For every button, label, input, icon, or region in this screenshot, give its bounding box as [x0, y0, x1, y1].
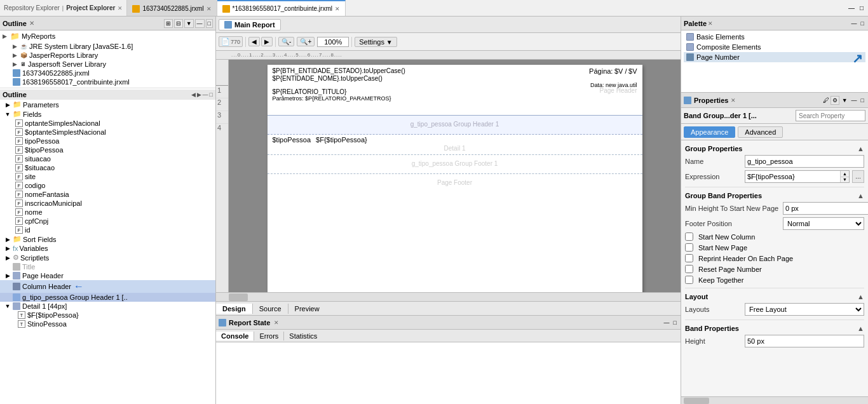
footer-position-select[interactable]: Normal Force At Bottom Collate At Bottom — [783, 217, 864, 230]
h-scroll-thumb[interactable] — [229, 293, 248, 301]
bottom-tab-statistics[interactable]: Statistics — [284, 332, 322, 340]
bp-btn1[interactable]: — — [663, 319, 671, 327]
tab-source[interactable]: Source — [253, 304, 288, 314]
bottom-panel-close[interactable]: ✕ — [274, 320, 279, 326]
min-height-input[interactable] — [783, 202, 868, 215]
tree-stino[interactable]: T StinoPessoa — [15, 320, 215, 328]
bottom-tab-errors[interactable]: Errors — [254, 332, 284, 340]
bp-btn2[interactable]: □ — [672, 319, 678, 327]
tree-stipo[interactable]: F $tipoPessoa — [13, 145, 215, 154]
name-input[interactable] — [745, 155, 864, 168]
tree-situacao[interactable]: F situacao — [13, 154, 215, 163]
expression-input[interactable] — [745, 172, 840, 181]
tree-fields[interactable]: ▼ 📁 Fields — [0, 109, 215, 119]
tree-tipoPessoa[interactable]: F tipoPessoa — [13, 137, 215, 145]
tree-ssituacao[interactable]: F $situacao — [13, 163, 215, 172]
layouts-select[interactable]: Free Layout Grid Layout — [745, 303, 864, 316]
outline-server[interactable]: ▶ 🖥 Jaspersoft Server Library — [10, 60, 215, 69]
tree-colHeader[interactable]: Column Header ← — [0, 280, 215, 293]
outline-ctrl5[interactable]: □ — [206, 19, 213, 28]
tree-sortFields[interactable]: ▶ 📁 Sort Fields — [0, 234, 215, 244]
zoom-in-btn[interactable]: 🔍+ — [297, 37, 315, 46]
prev-page-btn[interactable]: ◀ — [248, 37, 260, 46]
settings-btn[interactable]: Settings ▼ — [355, 37, 397, 47]
next-page-btn[interactable]: ▶ — [261, 37, 273, 46]
start-new-page-check[interactable] — [685, 243, 693, 252]
pal-btn1[interactable]: — — [850, 20, 858, 27]
palette-close[interactable]: ✕ — [708, 20, 713, 27]
tree-parameters[interactable]: ▶ 📁 Parameters — [0, 100, 215, 109]
props-close[interactable]: ✕ — [731, 97, 736, 104]
palette-pagenum[interactable]: Page Number ↗ — [684, 52, 865, 62]
tree-scriptlets[interactable]: ▶ ⚙ Scriptlets — [0, 253, 215, 262]
outline-jasper[interactable]: ▶ 📦 JasperReports Library — [10, 51, 215, 60]
outline-ctrl2[interactable]: ⊟ — [174, 19, 183, 28]
outline-ctrl4[interactable]: — — [195, 19, 205, 28]
h-scrollbar[interactable] — [216, 292, 681, 301]
props-scroll-thumb[interactable] — [684, 398, 709, 404]
ol-btn3[interactable]: — — [203, 91, 208, 98]
outline-ctrl3[interactable]: ▼ — [184, 19, 194, 28]
outline-ctrl1[interactable]: ⊞ — [164, 19, 173, 28]
tree-title[interactable]: Title — [0, 262, 215, 271]
tab2-close[interactable]: ✕ — [335, 6, 340, 12]
tree-codigo[interactable]: F codigo — [13, 181, 215, 190]
search-property-input[interactable] — [796, 110, 865, 121]
outline-file2[interactable]: 1638196558017_contribuinte.jrxml — [10, 77, 215, 86]
editor-maximize-btn[interactable]: □ — [858, 4, 865, 12]
height-input[interactable] — [745, 335, 864, 347]
tab-appearance[interactable]: Appearance — [684, 126, 735, 138]
zoom-display[interactable]: 100% — [317, 37, 349, 47]
expr-spin-up[interactable]: ▲ — [841, 171, 849, 177]
palette-basic[interactable]: Basic Elements — [684, 32, 865, 42]
project-explorer-tab[interactable]: Project Explorer — [66, 4, 115, 11]
project-explorer-close[interactable]: ✕ — [118, 5, 123, 11]
props-btn1[interactable]: ⚙ — [831, 96, 839, 105]
page-indicator[interactable]: 📄 770 — [219, 36, 243, 47]
reset-page-num-check[interactable] — [685, 265, 693, 273]
band-props-collapse[interactable]: ▲ — [857, 325, 864, 332]
ol-btn2[interactable]: ▶ — [197, 91, 201, 98]
expression-edit-btn[interactable]: … — [852, 170, 864, 183]
outline-file1[interactable]: 1637340522885.jrxml — [10, 69, 215, 77]
tree-soptante[interactable]: F $optanteSimplestNacional — [13, 128, 215, 137]
tab1-close[interactable]: ✕ — [207, 6, 212, 12]
props-btn2[interactable]: ▼ — [841, 97, 849, 104]
tree-pageHeader[interactable]: ▶ Page Header — [0, 271, 215, 280]
tab-design[interactable]: Design — [216, 304, 253, 314]
start-new-column-check[interactable] — [685, 232, 693, 241]
outline-close-icon[interactable]: ✕ — [29, 20, 34, 27]
tree-site[interactable]: F site — [13, 172, 215, 181]
tree-nome[interactable]: F nome — [13, 208, 215, 217]
tree-sfTipo[interactable]: T $F{$tipoPessoa} — [15, 311, 215, 320]
tab-jrxml1[interactable]: 1637340522885.jrxml ✕ — [127, 0, 217, 16]
props-btn3[interactable]: — — [850, 97, 858, 104]
outline-myreports[interactable]: ▶ 📁 MyReports — [0, 30, 215, 42]
layout-collapse[interactable]: ▲ — [857, 293, 864, 300]
tree-inscMunicipal[interactable]: F inscricaoMunicipal — [13, 199, 215, 208]
bottom-tab-console[interactable]: Console — [216, 332, 254, 340]
tab-jrxml2[interactable]: *1638196558017_contribuinte.jrxml ✕ — [217, 0, 346, 16]
tree-id[interactable]: F id — [13, 226, 215, 234]
group-band-collapse[interactable]: ▲ — [857, 192, 864, 199]
tree-cpf[interactable]: F cpfCnpj — [13, 217, 215, 226]
tab-preview[interactable]: Preview — [288, 304, 326, 314]
props-icon2[interactable]: 🖊 — [823, 97, 829, 104]
ol-btn4[interactable]: □ — [210, 91, 213, 98]
ol-btn1[interactable]: ◀ — [191, 91, 196, 98]
main-report-tab[interactable]: Main Report — [219, 19, 281, 30]
pal-btn2[interactable]: □ — [860, 20, 865, 27]
props-btn4[interactable]: □ — [860, 97, 865, 104]
group-props-collapse[interactable]: ▲ — [857, 145, 864, 152]
keep-together-check[interactable] — [685, 276, 693, 284]
reprint-header-check[interactable] — [685, 254, 693, 262]
tree-variables[interactable]: ▶ fx Variables — [0, 244, 215, 253]
editor-minimize-btn[interactable]: — — [846, 4, 857, 12]
palette-composite[interactable]: Composite Elements — [684, 42, 865, 52]
props-h-scrollbar[interactable] — [681, 396, 868, 404]
tab-advanced[interactable]: Advanced — [738, 126, 783, 138]
outline-jre[interactable]: ▶ ☕ JRE System Library [JavaSE-1.6] — [10, 42, 215, 51]
tree-nomeFantasia[interactable]: F nomeFantasia — [13, 190, 215, 199]
tree-groupHeader[interactable]: g_tipo_pessoa Group Header 1 [.. — [0, 293, 215, 302]
expr-spin-down[interactable]: ▼ — [841, 177, 849, 183]
